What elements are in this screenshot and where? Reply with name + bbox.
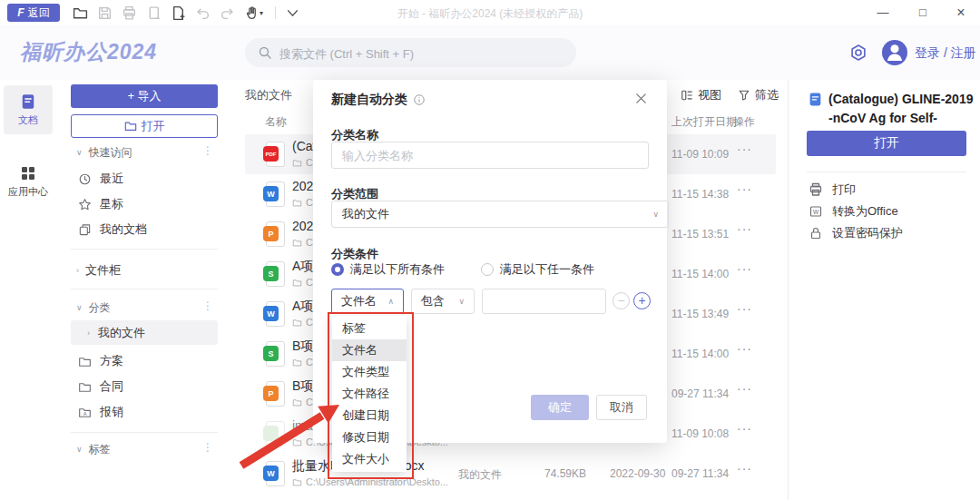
condition-value-input[interactable] bbox=[482, 289, 606, 314]
row-actions-button[interactable]: ··· bbox=[737, 301, 752, 316]
rail-item-app-center[interactable]: 应用中心 bbox=[4, 157, 53, 206]
new-page-icon[interactable] bbox=[171, 5, 186, 21]
condition-field-select[interactable]: 文件名 ∧ bbox=[331, 289, 404, 314]
login-register-link[interactable]: 登录 / 注册 bbox=[915, 45, 976, 62]
rail-item-documents[interactable]: 文档 bbox=[4, 85, 53, 134]
undo-icon[interactable] bbox=[195, 5, 211, 21]
ppt-file-icon: P bbox=[263, 221, 285, 247]
expand-toolbar-icon[interactable] bbox=[285, 5, 300, 21]
sidebar-item-starred[interactable]: 星标 bbox=[78, 194, 123, 214]
sidebar-item-plans[interactable]: 方案 bbox=[78, 351, 123, 371]
row-actions-button[interactable]: ··· bbox=[737, 221, 752, 236]
close-window-button[interactable]: × bbox=[947, 5, 975, 21]
save-icon[interactable] bbox=[97, 5, 113, 21]
row-actions-button[interactable]: ··· bbox=[737, 261, 752, 276]
section-quick-access[interactable]: ∨ 快速访问 bbox=[76, 144, 132, 161]
radio-match-any[interactable]: 满足以下任一条件 bbox=[481, 261, 594, 278]
dropdown-option-filesize[interactable]: 文件大小 bbox=[332, 448, 407, 470]
view-label: 视图 bbox=[698, 87, 721, 103]
settings-gear-icon[interactable] bbox=[849, 44, 867, 62]
folder-icon bbox=[292, 437, 302, 447]
word-doc-icon bbox=[808, 204, 823, 219]
folder-icon bbox=[292, 318, 302, 328]
last-opened-date: 11-15 13:51 bbox=[671, 228, 729, 240]
confirm-button[interactable]: 确定 bbox=[531, 395, 589, 420]
print-icon[interactable] bbox=[122, 5, 137, 21]
open-document-button[interactable]: 打开 bbox=[807, 131, 966, 156]
open-file-button[interactable]: 打开 bbox=[71, 114, 218, 138]
print-action[interactable]: 打印 bbox=[808, 181, 856, 199]
column-header-actions: 操作 bbox=[733, 114, 755, 130]
rail-label: 应用中心 bbox=[4, 185, 53, 199]
dropdown-option-modified-date[interactable]: 修改日期 bbox=[332, 426, 407, 448]
column-header-last-opened[interactable]: 上次打开日期 bbox=[671, 114, 737, 130]
field-value: 文件名 bbox=[341, 293, 377, 309]
row-actions-button[interactable]: ··· bbox=[737, 181, 752, 196]
categories-more-icon[interactable]: ⋮ bbox=[201, 299, 214, 312]
app-header: 福昕办公2024 登录 / 注册 bbox=[0, 25, 980, 80]
cancel-button[interactable]: 取消 bbox=[596, 395, 647, 420]
section-tags[interactable]: ∨ 标签 bbox=[76, 441, 111, 457]
detail-panel: (Catalogue) GLINE-2019 -nCoV Ag for Self… bbox=[788, 80, 980, 500]
sidebar-item-contracts[interactable]: 合同 bbox=[78, 377, 123, 397]
search-box[interactable] bbox=[245, 38, 576, 67]
copy-page-icon[interactable] bbox=[146, 5, 162, 21]
radio-match-all[interactable]: 满足以下所有条件 bbox=[331, 261, 445, 278]
app-window: F 返回 ▾ 开始 - 福昕办公2024 (未经授权的产品) — □ × 福昕办… bbox=[0, 0, 980, 500]
category-name-input[interactable] bbox=[331, 142, 649, 169]
condition-operator-select[interactable]: 包含 ∨ bbox=[411, 289, 475, 314]
dropdown-option-created-date[interactable]: 创建日期 bbox=[332, 405, 407, 426]
dialog-close-icon[interactable] bbox=[634, 92, 649, 106]
sidebar-item-my-files[interactable]: › 我的文件 bbox=[87, 323, 145, 343]
maximize-button[interactable]: □ bbox=[909, 5, 936, 21]
sidebar-item-file-cabinet[interactable]: › 文件柜 bbox=[76, 262, 121, 279]
sidebar-item-my-documents[interactable]: 我的文档 bbox=[78, 220, 147, 240]
remove-condition-button[interactable]: − bbox=[612, 292, 630, 309]
operator-value: 包含 bbox=[421, 293, 445, 309]
row-actions-button[interactable]: ··· bbox=[737, 341, 752, 356]
set-password-action[interactable]: 设置密码保护 bbox=[808, 224, 903, 242]
row-actions-button[interactable]: ··· bbox=[737, 381, 752, 396]
import-button[interactable]: + 导入 bbox=[71, 84, 218, 108]
item-label: 星标 bbox=[100, 196, 123, 212]
open-folder-icon[interactable] bbox=[73, 5, 88, 21]
minimize-button[interactable]: — bbox=[869, 5, 897, 21]
dropdown-option-filename[interactable]: 文件名 bbox=[332, 339, 407, 361]
dropdown-option-tag[interactable]: 标签 bbox=[332, 318, 407, 339]
search-input[interactable] bbox=[278, 38, 572, 69]
back-button[interactable]: F 返回 bbox=[7, 4, 60, 22]
category-scope-select[interactable]: 我的文件 ∨ bbox=[331, 201, 669, 228]
view-button[interactable]: 视图 bbox=[681, 87, 721, 103]
printer-icon bbox=[808, 182, 823, 197]
tags-more-icon[interactable]: ⋮ bbox=[201, 441, 214, 454]
column-header-name[interactable]: 名称 bbox=[265, 114, 287, 130]
row-actions-button[interactable]: ··· bbox=[737, 142, 752, 156]
add-condition-button[interactable]: + bbox=[633, 292, 651, 309]
folder-icon bbox=[292, 278, 302, 288]
info-icon[interactable] bbox=[413, 93, 426, 106]
quick-access-more-icon[interactable]: ⋮ bbox=[201, 144, 214, 157]
ppt-file-icon: P bbox=[263, 381, 285, 407]
dropdown-option-filetype[interactable]: 文件类型 bbox=[332, 361, 407, 383]
last-opened-date: 11-09 10:08 bbox=[671, 427, 729, 440]
file-row[interactable]: W 批量水印功能介绍.docx C:\Users\Administrator\D… bbox=[245, 454, 776, 494]
pdf-file-icon: PDF bbox=[263, 142, 285, 167]
row-actions-button[interactable]: ··· bbox=[737, 421, 752, 436]
row-actions-button[interactable]: ··· bbox=[737, 461, 752, 475]
section-categories[interactable]: ∨ 分类 bbox=[76, 299, 111, 316]
dropdown-option-filepath[interactable]: 文件路径 bbox=[332, 383, 407, 405]
user-icon bbox=[882, 40, 907, 65]
clock-icon bbox=[78, 172, 92, 186]
action-label: 设置密码保护 bbox=[832, 225, 903, 241]
avatar[interactable] bbox=[882, 40, 907, 65]
chevron-down-icon: ∨ bbox=[76, 303, 83, 312]
convert-to-office-action[interactable]: 转换为Office bbox=[808, 202, 898, 221]
last-opened-date: 09-27 11:34 bbox=[671, 387, 729, 400]
sidebar-item-recent[interactable]: 最近 bbox=[78, 169, 123, 189]
redo-icon[interactable] bbox=[220, 5, 235, 21]
hand-tool-icon[interactable]: ▾ bbox=[244, 5, 266, 21]
chevron-up-icon: ∧ bbox=[387, 297, 394, 306]
sidebar-item-reimbursement[interactable]: 报销 bbox=[78, 402, 123, 422]
filter-button[interactable]: 筛选 bbox=[738, 87, 779, 103]
item-label: 文件柜 bbox=[85, 262, 121, 279]
